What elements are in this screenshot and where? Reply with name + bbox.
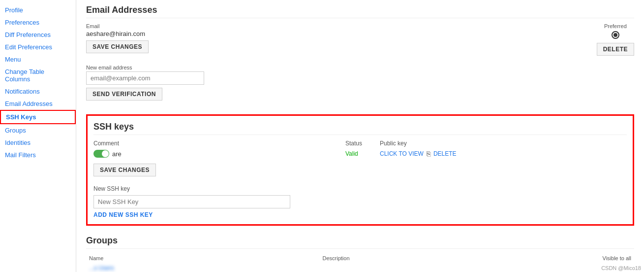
sidebar: Profile Preferences Diff Preferences Edi…	[0, 0, 76, 272]
groups-col-desc-header: Description	[320, 254, 473, 263]
groups-title: Groups	[86, 236, 634, 249]
click-to-view-link[interactable]: CLICK TO VIEW	[380, 150, 424, 157]
save-changes-ssh-button[interactable]: SAVE CHANGES	[93, 164, 156, 176]
groups-row-1-name[interactable]: ...s Users	[86, 263, 320, 272]
groups-table-header: Name Description Visible to all	[86, 254, 634, 263]
sidebar-item-identities[interactable]: Identities	[0, 136, 76, 149]
ssh-toggle[interactable]	[93, 150, 109, 158]
new-email-row: New email address	[86, 65, 634, 85]
groups-col-visible-header: Visible to all	[473, 254, 634, 263]
sidebar-item-notifications[interactable]: Notifications	[0, 85, 76, 98]
new-ssh-row: New SSH key ADD NEW SSH KEY	[93, 185, 627, 218]
new-email-input[interactable]	[86, 71, 204, 85]
preferred-radio[interactable]	[612, 31, 619, 39]
new-ssh-label: New SSH key	[93, 185, 627, 192]
sidebar-item-diff-preferences[interactable]: Diff Preferences	[0, 29, 76, 41]
ssh-table-header: Comment Status Public key	[93, 140, 627, 147]
groups-table: Name Description Visible to all ...s Use…	[86, 254, 634, 272]
ssh-comment-value: are	[112, 150, 122, 158]
new-ssh-input[interactable]	[93, 195, 290, 208]
sidebar-item-preferences[interactable]: Preferences	[0, 16, 76, 29]
ssh-entry-comment: are	[93, 150, 340, 158]
watermark-text: CSDN @Mico18	[601, 265, 641, 271]
sidebar-item-groups[interactable]: Groups	[0, 124, 76, 136]
email-section-title: Email Addresses	[86, 5, 634, 18]
ssh-status-header: Status	[345, 140, 375, 147]
ssh-table-row: are Valid CLICK TO VIEW ⎘ DELETE	[93, 150, 627, 158]
save-changes-email-button[interactable]: SAVE CHANGES	[86, 40, 149, 53]
add-new-ssh-key-btn[interactable]: ADD NEW SSH KEY	[93, 211, 627, 218]
ssh-pubkey-header: Public key	[380, 140, 627, 147]
sidebar-item-mail-filters[interactable]: Mail Filters	[0, 149, 76, 161]
email-preferred-col: Preferred DELETE	[597, 23, 634, 60]
preferred-label: Preferred	[604, 23, 627, 29]
delete-ssh-button[interactable]: DELETE	[433, 150, 457, 157]
new-email-label: New email address	[86, 65, 634, 70]
main-content: Email Addresses Email aeshare@hirain.com…	[76, 0, 644, 272]
copy-icon[interactable]: ⎘	[427, 150, 430, 158]
watermark: CSDN @Mico18	[598, 264, 644, 272]
sidebar-item-email-addresses[interactable]: Email Addresses	[0, 98, 76, 110]
email-label: Email	[86, 23, 587, 29]
email-value: aeshare@hirain.com	[86, 30, 587, 37]
sidebar-item-profile[interactable]: Profile	[0, 4, 76, 16]
ssh-status-value: Valid	[345, 150, 375, 157]
sidebar-item-ssh-keys[interactable]: SSH Keys	[0, 110, 76, 124]
ssh-pubkey-actions: CLICK TO VIEW ⎘ DELETE	[380, 150, 627, 158]
ssh-section-title: SSH keys	[93, 122, 627, 135]
email-left: Email aeshare@hirain.com SAVE CHANGES	[86, 23, 587, 57]
groups-col-name-header: Name	[86, 254, 320, 263]
sidebar-item-menu[interactable]: Menu	[0, 53, 76, 66]
delete-email-button[interactable]: DELETE	[597, 43, 634, 56]
table-row: ...s Users No	[86, 263, 634, 272]
ssh-comment-header: Comment	[93, 140, 340, 147]
sidebar-item-edit-preferences[interactable]: Edit Preferences	[0, 41, 76, 53]
sidebar-item-change-table-columns[interactable]: Change Table Columns	[0, 66, 76, 85]
email-section: Email Addresses Email aeshare@hirain.com…	[86, 5, 634, 104]
groups-row-1-desc	[320, 263, 473, 272]
send-verification-button[interactable]: SEND VERIFICATION	[86, 88, 162, 101]
ssh-section: SSH keys Comment Status Public key are V…	[86, 114, 634, 226]
groups-section: Groups Name Description Visible to all .…	[86, 236, 634, 272]
